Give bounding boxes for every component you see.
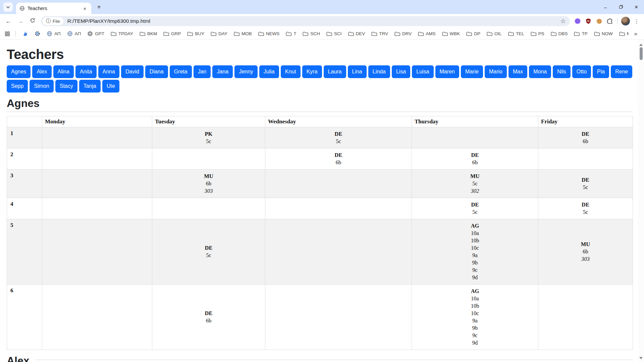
browser-menu-icon[interactable]: ⋮ (632, 18, 641, 24)
teacher-button-knut[interactable]: Knut (281, 65, 301, 78)
extension-purple-flower-icon[interactable] (573, 16, 583, 26)
teacher-button-julia[interactable]: Julia (259, 65, 279, 78)
bookmark-label: TRV (379, 31, 388, 36)
extensions-puzzle-icon[interactable] (605, 16, 615, 26)
apps-grid-icon[interactable] (5, 31, 10, 37)
bookmark-item-dev[interactable]: DEV (347, 30, 367, 37)
teacher-button-laura[interactable]: Laura (324, 65, 346, 78)
teacher-button-kyra[interactable]: Kyra (302, 65, 322, 78)
folder-icon (531, 32, 536, 36)
bookmark-item-bkm[interactable]: BKM (138, 30, 158, 37)
bookmark-item-dbs[interactable]: DBS (549, 30, 569, 37)
bookmark-item-dp[interactable]: DP (465, 30, 482, 37)
teacher-button-jenny[interactable]: Jenny (234, 65, 258, 78)
teacher-button-otto[interactable]: Otto (572, 65, 591, 78)
teacher-button-alex[interactable]: Alex (32, 65, 51, 78)
close-button[interactable]: × (629, 0, 644, 14)
bookmark-star-icon[interactable]: ☆ (560, 17, 566, 25)
bookmark-item-sci[interactable]: SCI (325, 30, 343, 37)
teacher-button-lisa[interactable]: Lisa (392, 65, 410, 78)
bookmark-item-oil[interactable]: OIL (485, 30, 503, 37)
bookmark-item[interactable] (21, 30, 30, 38)
scroll-up-icon[interactable] (639, 44, 643, 46)
scroll-down-icon[interactable] (639, 357, 643, 359)
teacher-button-ute[interactable]: Ute (102, 80, 119, 93)
teacher-button-agnes[interactable]: Agnes (7, 65, 31, 78)
minimize-button[interactable]: – (598, 0, 613, 14)
file-chip[interactable]: ⓘ File (42, 17, 64, 25)
profile-avatar[interactable] (621, 17, 630, 25)
teacher-button-simon[interactable]: Simon (30, 80, 53, 93)
teacher-button-diana[interactable]: Diana (145, 65, 168, 78)
teacher-button-anna[interactable]: Anna (98, 65, 119, 78)
teacher-button-mario[interactable]: Mario (485, 65, 507, 78)
bookmark-item-ml[interactable]: ML (618, 30, 629, 37)
browser-tab[interactable]: Teachers × (16, 3, 91, 14)
extension-cookie-icon[interactable] (594, 16, 604, 26)
page-scrollbar[interactable] (638, 40, 644, 362)
bookmark-item-ап[interactable]: АП (45, 30, 62, 38)
folder-icon (348, 32, 354, 36)
bookmark-item-sch[interactable]: SCH (301, 30, 321, 37)
teacher-button-linda[interactable]: Linda (368, 65, 390, 78)
reload-button[interactable] (27, 15, 38, 27)
bookmarks-overflow-icon[interactable]: » (632, 31, 639, 37)
bookmark-item-tel[interactable]: TEL (507, 30, 526, 37)
teacher-button-luisa[interactable]: Luisa (412, 65, 433, 78)
teacher-button-greta[interactable]: Greta (170, 65, 192, 78)
corner-cell (7, 116, 42, 127)
restore-button[interactable] (613, 0, 629, 14)
bookmark-label: DEV (356, 31, 365, 36)
bookmark-item-ams[interactable]: AMS (417, 30, 437, 37)
bookmark-item-now[interactable]: NOW (593, 30, 614, 37)
bookmark-item-drv[interactable]: DRV (393, 30, 413, 37)
class-group: 9d (413, 339, 537, 347)
folder-icon (508, 32, 514, 36)
teacher-button-marie[interactable]: Marie (461, 65, 483, 78)
teacher-button-david[interactable]: David (121, 65, 144, 78)
bookmark-item-tpday[interactable]: TPDAY (109, 30, 135, 37)
teacher-button-anita[interactable]: Anita (75, 65, 96, 78)
bookmark-label: WBK (450, 31, 460, 36)
period-number: 2 (7, 148, 42, 170)
bookmark-item-grp[interactable]: GRP (162, 30, 182, 37)
scrollbar-thumb[interactable] (640, 47, 643, 60)
teacher-button-lina[interactable]: Lina (348, 65, 367, 78)
bookmark-item-tp[interactable]: TP (573, 30, 589, 37)
bookmark-item-gpt[interactable]: GPT (86, 30, 106, 38)
back-button[interactable]: ← (3, 15, 14, 27)
bookmark-item-day[interactable]: DAY (209, 30, 229, 37)
teacher-button-tanja[interactable]: Tanja (79, 80, 101, 93)
bookmark-item-trv[interactable]: TRV (370, 30, 389, 37)
bookmark-item-buy[interactable]: BUY (186, 30, 206, 37)
teacher-button-nils[interactable]: Nils (553, 65, 571, 78)
tab-search-button[interactable] (3, 2, 13, 12)
bookmark-item-ps[interactable]: PS (529, 30, 546, 37)
bookmark-item-news[interactable]: NEWS (257, 30, 281, 37)
teacher-button-max[interactable]: Max (508, 65, 527, 78)
url-text[interactable]: R:/TEMP/PlanXY/tmp6300.tmp.html (67, 18, 558, 24)
teacher-button-sepp[interactable]: Sepp (7, 80, 28, 93)
teacher-button-rene[interactable]: Rene (611, 65, 632, 78)
bookmark-item[interactable] (33, 30, 42, 38)
teacher-button-pia[interactable]: Pia (593, 65, 609, 78)
day-header-wednesday: Wednesday (265, 116, 412, 127)
bookmark-item-mob[interactable]: MOB (232, 30, 253, 37)
bookmark-label: OIL (494, 31, 502, 36)
teacher-button-jan[interactable]: Jan (194, 65, 211, 78)
extension-shield-icon[interactable] (583, 16, 593, 26)
teacher-button-mona[interactable]: Mona (529, 65, 551, 78)
url-bar[interactable]: ⓘ File R:/TEMP/PlanXY/tmp6300.tmp.html ☆ (41, 16, 570, 26)
teacher-button-maren[interactable]: Maren (435, 65, 459, 78)
bookmark-item-t[interactable]: T (284, 30, 298, 37)
bookmark-item-ап[interactable]: АП (66, 30, 83, 38)
bookmark-item-wbk[interactable]: WBK (441, 30, 462, 37)
section-title-alex: Alex (7, 355, 30, 362)
teacher-button-jana[interactable]: Jana (212, 65, 233, 78)
teacher-button-alina[interactable]: Alina (53, 65, 74, 78)
section-title-agnes: Agnes (7, 97, 633, 110)
forward-button[interactable]: → (15, 15, 26, 27)
teacher-button-stacy[interactable]: Stacy (55, 80, 77, 93)
tab-close-icon[interactable]: × (82, 5, 88, 11)
new-tab-button[interactable]: + (94, 2, 104, 12)
